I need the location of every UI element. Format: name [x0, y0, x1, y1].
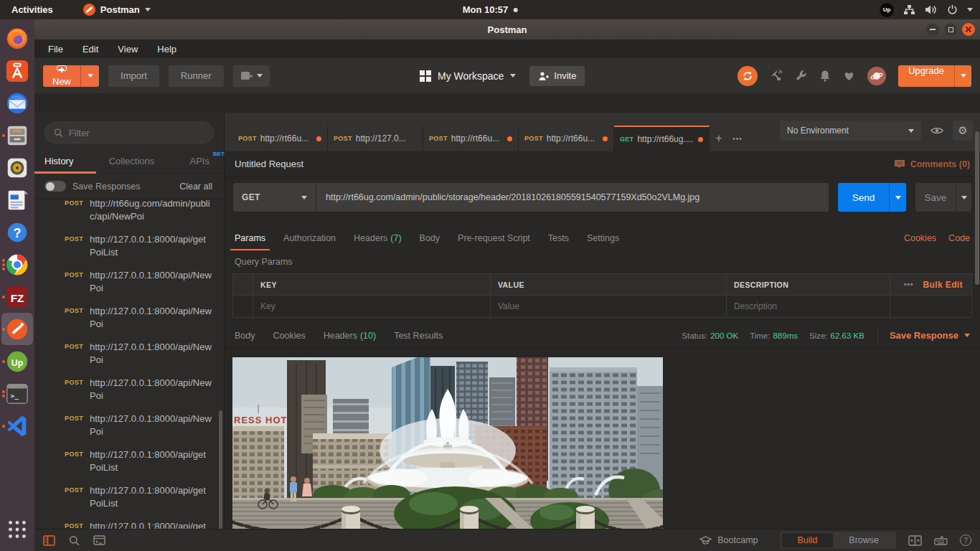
clock[interactable]: Mon 10:57	[463, 4, 518, 15]
menu-view[interactable]: View	[118, 44, 138, 55]
description-input[interactable]	[734, 301, 882, 311]
sync-status-button[interactable]	[738, 66, 758, 86]
dock-item-help[interactable]: ?	[1, 216, 33, 248]
activities-button[interactable]: Activities	[0, 4, 65, 15]
history-item[interactable]: POSThttp://127.0.0.1:8000/api/NewPoi	[34, 300, 224, 336]
new-window-button[interactable]	[233, 65, 270, 87]
bulk-edit-link[interactable]: Bulk Edit	[923, 280, 963, 290]
response-tab-test-results[interactable]: Test Results	[394, 331, 443, 341]
dock-item-libreoffice-writer[interactable]	[1, 184, 33, 216]
save-responses-toggle[interactable]	[44, 181, 66, 192]
request-tab[interactable]: POSThttp://rt66u...	[519, 126, 614, 151]
method-select[interactable]: GET	[233, 183, 316, 212]
bootcamp-button[interactable]: Bootcamp	[699, 535, 758, 545]
sidebar-scrollbar-thumb[interactable]	[219, 410, 222, 531]
dock-item-terminal[interactable]: >_	[1, 377, 33, 410]
history-item[interactable]: POSThttp://127.0.0.1:8000/api/NewPoi	[34, 372, 224, 408]
tab-headers[interactable]: Headers(7)	[354, 226, 402, 250]
history-item[interactable]: POSThttp://127.0.0.1:8000/api/NewPoi	[34, 264, 224, 300]
window-title-bar[interactable]: Postman	[34, 19, 980, 39]
show-applications-button[interactable]	[1, 513, 33, 545]
save-options-caret[interactable]	[956, 183, 971, 212]
history-item[interactable]: POSThttp://rt66ug.com/admin/public/api/N…	[34, 199, 224, 228]
request-tab[interactable]: POSThttp://127.0...	[328, 126, 423, 151]
cookies-link[interactable]: Cookies	[904, 233, 936, 243]
send-button[interactable]: Send	[838, 183, 906, 212]
browse-tab[interactable]: Browse	[833, 533, 895, 547]
network-icon[interactable]	[903, 4, 915, 15]
workspace-selector[interactable]: My Workspace	[438, 70, 504, 82]
dock-item-ubuntu-software[interactable]	[1, 55, 33, 87]
upgrade-caret[interactable]	[954, 65, 971, 87]
request-tab-active[interactable]: GEThttp://rt66ug....	[614, 126, 710, 151]
app-menu[interactable]: Postman	[83, 4, 151, 16]
tab-authorization[interactable]: Authorization	[283, 226, 336, 250]
tab-history[interactable]: History	[44, 156, 73, 166]
console-icon[interactable]	[93, 535, 105, 545]
settings-gear-button[interactable]: ⚙	[953, 121, 973, 141]
dock-item-filezilla[interactable]: FZ	[1, 281, 33, 313]
dock-item-upwork[interactable]: Up	[1, 345, 33, 377]
keyboard-icon[interactable]	[934, 535, 948, 545]
tab-settings[interactable]: Settings	[587, 226, 619, 250]
filter-box[interactable]	[44, 122, 214, 143]
volume-icon[interactable]	[925, 4, 938, 15]
environment-selector[interactable]: No Environment	[780, 121, 921, 141]
request-tab[interactable]: POSThttp://rt66u...	[423, 126, 519, 151]
avatar[interactable]	[867, 67, 886, 85]
sidebar-toggle-icon[interactable]	[43, 535, 55, 546]
main-scrollbar-thumb[interactable]	[975, 131, 979, 285]
bell-icon[interactable]	[819, 70, 831, 82]
tab-options-button[interactable]: •••	[728, 126, 747, 151]
search-status-icon[interactable]	[69, 535, 80, 546]
dock-item-chrome[interactable]	[1, 248, 33, 281]
maximize-button[interactable]	[944, 23, 957, 36]
import-button[interactable]: Import	[108, 65, 159, 87]
dock-item-firefox[interactable]	[1, 22, 33, 55]
wrench-icon[interactable]	[795, 70, 807, 82]
dock-item-rhythmbox[interactable]	[1, 151, 33, 184]
tab-prerequest[interactable]: Pre-request Script	[458, 226, 530, 250]
menu-file[interactable]: File	[48, 44, 63, 55]
filter-input[interactable]	[69, 128, 204, 138]
menu-edit[interactable]: Edit	[83, 44, 98, 55]
build-tab[interactable]: Build	[782, 533, 834, 547]
tab-apis[interactable]: APIsBETA	[190, 156, 209, 166]
tab-params[interactable]: Params	[235, 226, 265, 250]
code-link[interactable]: Code	[948, 233, 970, 243]
history-item[interactable]: POSThttp://127.0.0.1:8000/api/getPoiList	[34, 479, 224, 515]
key-input[interactable]	[260, 301, 483, 311]
tab-tests[interactable]: Tests	[548, 226, 569, 250]
new-dropdown-caret[interactable]	[80, 65, 99, 87]
two-pane-icon[interactable]	[908, 535, 922, 546]
dock-item-postman[interactable]	[1, 313, 33, 345]
history-item[interactable]: POSThttp://127.0.0.1:8000/api/NewPoi	[34, 408, 224, 443]
response-tab-headers[interactable]: Headers(10)	[324, 331, 376, 341]
minimize-button[interactable]	[926, 23, 939, 36]
runner-button[interactable]: Runner	[169, 65, 224, 87]
power-icon[interactable]	[947, 4, 958, 15]
history-item[interactable]: POSThttp://127.0.0.1:8000/api/getPoiList	[34, 443, 224, 479]
value-input[interactable]	[498, 301, 719, 311]
history-item[interactable]: POSThttp://127.0.0.1:8000/api/getPoiList	[34, 228, 224, 264]
upgrade-button[interactable]: Upgrade	[898, 65, 971, 87]
more-options-icon[interactable]: •••	[904, 281, 914, 288]
tab-body[interactable]: Body	[420, 226, 440, 250]
heart-icon[interactable]	[843, 70, 855, 81]
save-response-button[interactable]: Save Response	[877, 328, 970, 344]
send-options-caret[interactable]	[889, 183, 906, 212]
request-tab[interactable]: POSThttp://rt66u...	[232, 126, 328, 151]
upwork-tray-icon[interactable]: Up	[880, 3, 894, 17]
invite-button[interactable]: Invite	[529, 66, 585, 86]
save-button[interactable]: Save	[915, 183, 971, 212]
system-menu-caret-icon[interactable]	[967, 8, 973, 11]
add-tab-button[interactable]: +	[710, 126, 728, 151]
help-status-icon[interactable]: ?	[960, 534, 971, 546]
history-item[interactable]: POSThttp://127.0.0.1:8000/api/NewPoi	[34, 336, 224, 372]
environment-preview-button[interactable]	[925, 121, 948, 141]
tab-collections[interactable]: Collections	[109, 156, 155, 166]
url-input[interactable]	[316, 183, 829, 212]
history-item[interactable]: POSThttp://127.0.0.1:8000/api/getPoiList	[34, 515, 224, 529]
workspace-caret-icon[interactable]	[510, 74, 516, 77]
clear-all-link[interactable]: Clear all	[179, 182, 212, 192]
